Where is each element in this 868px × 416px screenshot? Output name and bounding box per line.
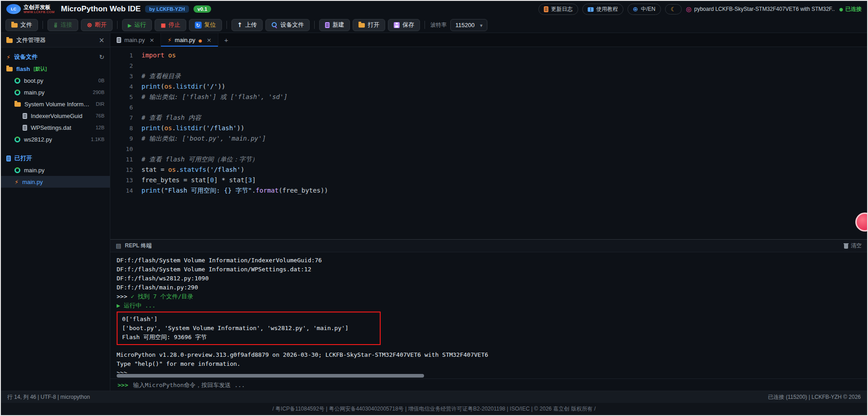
code-line-4[interactable]: 4print(os.listdir('/')) (110, 81, 867, 92)
tab-close-icon[interactable] (150, 37, 155, 43)
sidebar-section-设备文件[interactable]: 设备文件 (1, 51, 110, 63)
code-line-10[interactable]: 10 (110, 144, 867, 154)
file-row-boot.py[interactable]: boot.py0B (1, 75, 110, 86)
code-line-6[interactable]: 6 (110, 102, 867, 113)
file-row-ws2812.py[interactable]: ws2812.py1.1KB (1, 133, 110, 145)
repl-line: MicroPython v1.28.0-preview.313.g0f9afd8… (117, 350, 861, 359)
tutorial-label: 使用教程 (596, 5, 618, 13)
upload-icon (237, 21, 243, 28)
code-text: # 输出类似: ['boot.py', 'main.py'] (142, 133, 266, 144)
language-label: 中/EN (641, 5, 656, 13)
line-number: 12 (110, 165, 142, 175)
sidebar-section-已打开[interactable]: 已打开 (1, 152, 110, 164)
file-row-System Volume Information[interactable]: System Volume InformationDIR (1, 98, 110, 110)
repl-box-line: Flash 可用空间: 93696 字节 (122, 333, 375, 342)
repl-line: DF:f:/flash/System Volume Information/WP… (117, 265, 861, 274)
token: import (142, 52, 165, 59)
token: listdir (176, 124, 203, 132)
code-editor[interactable]: 1import os23# 查看根目录4print(os.listdir('/'… (110, 47, 867, 239)
repl-clear-button[interactable]: 清空 (844, 242, 862, 250)
line-number: 1 (110, 50, 142, 61)
tutorial-button[interactable]: 使用教程 (582, 4, 623, 15)
repl-text: ✓ 找到 7 个文件/目录 (131, 293, 193, 300)
tab-main.py-2[interactable]: main.py (161, 33, 218, 47)
repl-prompt: >>> (118, 382, 128, 388)
repl-command-input[interactable] (132, 381, 860, 389)
file-row-main.py[interactable]: main.py (1, 176, 110, 188)
code-text: free_bytes = stat[0] * stat[3] (142, 175, 256, 185)
code-line-9[interactable]: 9# 输出类似: ['boot.py', 'main.py'] (110, 133, 867, 144)
code-line-2[interactable]: 2 (110, 61, 867, 71)
new-tab-button[interactable]: + (218, 33, 234, 47)
device-files-button[interactable]: 设备文件 (265, 19, 310, 31)
repl-line: DF:f:/flash/System Volume Information/In… (117, 256, 861, 265)
token: . (172, 124, 175, 132)
theme-toggle-button[interactable] (665, 4, 682, 14)
tab-main.py-1[interactable]: main.py (110, 33, 161, 47)
baud-rate-select[interactable]: 115200 (450, 19, 487, 31)
token: ] * stat[ (214, 176, 248, 184)
code-line-12[interactable]: 12stat = os.statvfs('/flash') (110, 165, 867, 175)
line-number: 8 (110, 123, 142, 133)
device-indicator: pyboard LCKFB-SkyStar-STM32F407VET6 with… (686, 5, 835, 13)
file-row-IndexerVolumeGuid[interactable]: IndexerVolumeGuid76B (1, 110, 110, 122)
row-label: 已打开 (14, 154, 32, 162)
lightning-icon (14, 179, 19, 185)
code-line-5[interactable]: 5# 输出类似: ['flash'] 或 ['flash', 'sd'] (110, 92, 867, 102)
run-button[interactable]: 运行 (122, 19, 152, 31)
new-file-button[interactable]: 新建 (319, 19, 350, 31)
close-sidebar-icon[interactable] (99, 36, 104, 44)
magnifier-icon (271, 22, 278, 28)
save-button[interactable]: 保存 (388, 19, 420, 31)
disconnect-button[interactable]: 断开 (81, 19, 113, 31)
code-line-11[interactable]: 11# 查看 flash 可用空间（单位：字节） (110, 154, 867, 165)
file-row-main.py[interactable]: main.py290B (1, 86, 110, 98)
token: '/flash' (210, 166, 241, 173)
file-button[interactable]: 文件 (5, 19, 38, 31)
token: os (168, 166, 176, 173)
file-manager-header: 文件管理器 (1, 33, 110, 47)
line-number: 4 (110, 81, 142, 92)
reset-label: 复位 (204, 21, 216, 29)
py-icon (14, 137, 20, 142)
repl-prompt-prefix: >>> (117, 293, 131, 300)
token: ( (160, 187, 164, 194)
code-line-13[interactable]: 13free_bytes = stat[0] * stat[3] (110, 175, 867, 185)
tab-close-icon[interactable] (207, 37, 212, 43)
save-label: 保存 (402, 21, 414, 29)
code-line-7[interactable]: 7# 查看 flash 内容 (110, 113, 867, 123)
stop-button[interactable]: 停止 (155, 19, 186, 31)
repl-output[interactable]: DF:f:/flash/System Volume Information/In… (110, 252, 867, 373)
file-row-WPSettings.dat[interactable]: WPSettings.dat12B (1, 122, 110, 133)
token: os (165, 83, 172, 90)
open-file-button[interactable]: 打开 (353, 19, 385, 31)
scrollbar-thumb[interactable] (117, 374, 424, 378)
file-size: 0B (99, 78, 104, 83)
code-line-3[interactable]: 3# 查看根目录 (110, 71, 867, 81)
code-text: import os (142, 50, 176, 61)
file-manager-title: 文件管理器 (16, 36, 46, 44)
brand-logo[interactable]: LC 立创开发板 WWW.LCKFB.COM (6, 4, 55, 14)
brand-name: 立创开发板 (24, 5, 55, 10)
token: . (172, 83, 175, 90)
upload-button[interactable]: 上传 (231, 19, 263, 31)
top-header: LC 立创开发板 WWW.LCKFB.COM MicroPython Web I… (1, 1, 867, 17)
sidebar-section-flash[interactable]: flash[默认] (1, 63, 110, 75)
token: os (168, 52, 176, 59)
update-log-button[interactable]: 更新日志 (538, 4, 578, 15)
code-text: # 查看根目录 (142, 71, 181, 81)
code-line-8[interactable]: 8print(os.listdir('/flash')) (110, 123, 867, 133)
language-toggle-button[interactable]: 中/EN (627, 4, 661, 15)
tab-bar: main.pymain.py+ (110, 33, 867, 47)
file-row-main.py[interactable]: main.py (1, 164, 110, 176)
refresh-button[interactable] (99, 53, 104, 61)
token: ) (241, 166, 244, 173)
reset-button[interactable]: 复位 (189, 19, 222, 31)
connect-button[interactable]: 连接 (47, 19, 78, 31)
code-line-1[interactable]: 1import os (110, 50, 867, 61)
code-line-14[interactable]: 14print("Flash 可用空间: {} 字节".format(free_… (110, 185, 867, 196)
refresh-icon (99, 53, 104, 61)
toolbar-divider (42, 21, 43, 29)
token: # 输出类似: ['flash'] 或 ['flash', 'sd'] (142, 93, 288, 100)
file-size: 290B (93, 90, 104, 95)
